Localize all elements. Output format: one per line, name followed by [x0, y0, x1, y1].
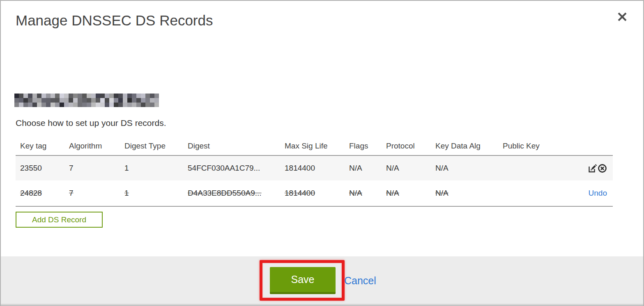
- domain-name-redacted: [14, 94, 159, 107]
- cell-algorithm: 7: [69, 189, 74, 197]
- delete-circle-x-icon: [598, 164, 607, 173]
- cell-digest-type: 1: [124, 189, 129, 197]
- cell-max-sig-life: 1814400: [285, 164, 315, 172]
- cell-digest: D4A33E8DD550A9...: [188, 189, 262, 197]
- cell-key-data-alg: N/A: [435, 189, 448, 197]
- table-row-deleted: 24828 7 1 D4A33E8DD550A9... 1814400 N/A …: [16, 180, 613, 206]
- col-header-algorithm: Algorithm: [69, 137, 124, 155]
- col-header-key-data-alg: Key Data Alg: [435, 137, 503, 155]
- ds-records-table: Key tag Algorithm Digest Type Digest Max…: [16, 137, 613, 207]
- delete-record-button[interactable]: [598, 164, 607, 173]
- cell-key-tag: 23550: [20, 164, 42, 172]
- cell-protocol: N/A: [386, 164, 399, 172]
- col-header-key-tag: Key tag: [16, 137, 69, 155]
- table-row: 23550 7 1 54FCF030AA1C79... 1814400 N/A …: [16, 155, 613, 180]
- cell-flags: N/A: [349, 189, 362, 197]
- col-header-max-sig-life: Max Sig Life: [285, 137, 349, 155]
- col-header-flags: Flags: [349, 137, 386, 155]
- cell-protocol: N/A: [386, 189, 399, 197]
- table-header-row: Key tag Algorithm Digest Type Digest Max…: [16, 137, 613, 155]
- col-header-public-key: Public Key: [503, 137, 585, 155]
- col-header-digest-type: Digest Type: [124, 137, 188, 155]
- modal-footer: Save Cancel: [1, 256, 643, 305]
- close-icon[interactable]: [617, 11, 628, 22]
- cell-flags: N/A: [349, 164, 362, 172]
- col-header-actions: [585, 137, 613, 155]
- add-ds-record-button[interactable]: Add DS Record: [16, 212, 103, 228]
- cell-digest-type: 1: [124, 164, 129, 172]
- edit-record-button[interactable]: [588, 164, 597, 173]
- cell-key-data-alg: N/A: [435, 164, 448, 172]
- undo-link[interactable]: Undo: [589, 189, 607, 197]
- close-x-glyph: [617, 11, 628, 22]
- intro-text: Choose how to set up your DS records.: [16, 118, 166, 128]
- dnssec-modal: Manage DNSSEC DS Records Choose how to s…: [0, 0, 644, 306]
- cell-digest: 54FCF030AA1C79...: [188, 164, 260, 172]
- cell-max-sig-life: 1814400: [285, 189, 315, 197]
- cell-algorithm: 7: [69, 164, 74, 172]
- col-header-protocol: Protocol: [386, 137, 435, 155]
- cell-key-tag: 24828: [20, 189, 42, 197]
- edit-pencil-icon: [588, 164, 597, 173]
- save-button[interactable]: Save: [270, 267, 336, 294]
- col-header-digest: Digest: [188, 137, 285, 155]
- cancel-link[interactable]: Cancel: [344, 275, 376, 287]
- page-title: Manage DNSSEC DS Records: [16, 12, 213, 29]
